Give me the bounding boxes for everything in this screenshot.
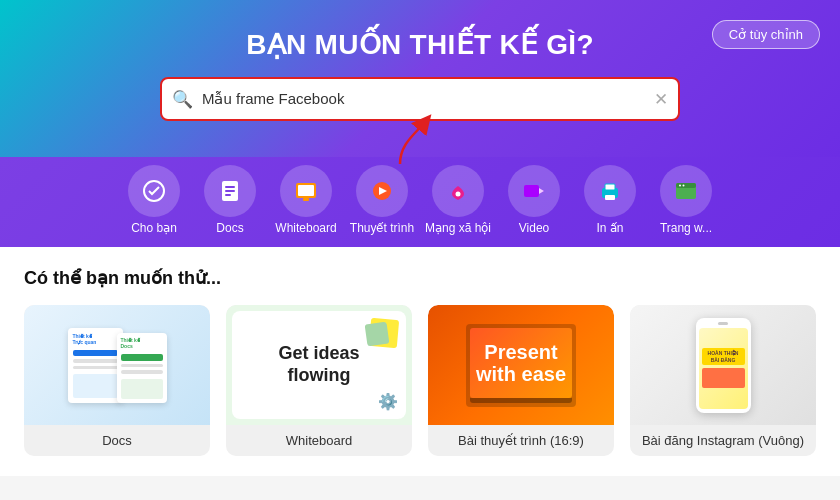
category-whiteboard[interactable]: Whiteboard xyxy=(272,165,340,235)
trang-web-label: Trang w... xyxy=(660,221,712,235)
category-cho-ban[interactable]: Cho bạn xyxy=(120,165,188,235)
svg-rect-11 xyxy=(524,185,539,197)
doc-page-1: Thiết kếTrực quan xyxy=(68,328,123,403)
svg-marker-13 xyxy=(539,188,544,194)
svg-rect-16 xyxy=(605,195,615,200)
category-row: Cho bạn Docs Whiteboard Thuyết trình Mạn… xyxy=(0,157,840,247)
thuyet-trinh-icon xyxy=(356,165,408,217)
docs-card-image: Thiết kếTrực quan Thiết kếDocs xyxy=(24,305,210,425)
search-wrapper: 🔍 ✕ xyxy=(160,77,680,121)
svg-point-19 xyxy=(679,185,681,187)
docs-label: Docs xyxy=(216,221,243,235)
category-thuyet-trinh[interactable]: Thuyết trình xyxy=(348,165,416,235)
whiteboard-icon xyxy=(280,165,332,217)
svg-point-20 xyxy=(683,185,685,187)
presentation-card-label: Bài thuyết trình (16:9) xyxy=(428,425,614,456)
main-content: Có thể bạn muốn thử... Thiết kếTrực quan… xyxy=(0,247,840,476)
search-icon: 🔍 xyxy=(172,89,193,110)
svg-rect-2 xyxy=(225,186,235,188)
in-an-label: In ấn xyxy=(596,221,623,235)
cho-ban-icon xyxy=(128,165,180,217)
svg-rect-15 xyxy=(605,184,615,190)
svg-rect-7 xyxy=(303,198,309,201)
thuyet-trinh-label: Thuyết trình xyxy=(350,221,414,235)
search-clear-icon[interactable]: ✕ xyxy=(654,89,668,110)
category-mang-xa-hoi[interactable]: Mạng xã hội xyxy=(424,165,492,235)
video-icon xyxy=(508,165,560,217)
svg-rect-4 xyxy=(225,194,231,196)
svg-rect-3 xyxy=(225,190,235,192)
category-docs[interactable]: Docs xyxy=(196,165,264,235)
whiteboard-label: Whiteboard xyxy=(275,221,336,235)
whiteboard-card-image: Get ideasflowing ⚙️ xyxy=(226,305,412,425)
cho-ban-label: Cho bạn xyxy=(131,221,177,235)
card-docs[interactable]: Thiết kếTrực quan Thiết kếDocs xyxy=(24,305,210,456)
cards-row: Thiết kếTrực quan Thiết kếDocs xyxy=(24,305,816,456)
svg-rect-6 xyxy=(298,185,314,196)
card-instagram[interactable]: HOÀN THIỆNBÀI ĐĂNG Bài đăng Instagram (V… xyxy=(630,305,816,456)
trang-web-icon xyxy=(660,165,712,217)
phone-mockup: HOÀN THIỆNBÀI ĐĂNG xyxy=(696,318,751,413)
card-presentation[interactable]: Presentwith ease Bài thuyết trình (16:9) xyxy=(428,305,614,456)
instagram-card-image: HOÀN THIỆNBÀI ĐĂNG xyxy=(630,305,816,425)
svg-point-10 xyxy=(456,192,461,197)
whiteboard-card-label: Whiteboard xyxy=(226,425,412,456)
mang-xa-hoi-icon xyxy=(432,165,484,217)
doc-page-2: Thiết kếDocs xyxy=(117,333,167,403)
instagram-card-label: Bài đăng Instagram (Vuông) xyxy=(630,425,816,456)
video-label: Video xyxy=(519,221,549,235)
whiteboard-text: Get ideasflowing xyxy=(278,343,359,386)
category-in-an[interactable]: In ấn xyxy=(576,165,644,235)
customize-button[interactable]: Cở tùy chỉnh xyxy=(712,20,820,49)
card-whiteboard[interactable]: Get ideasflowing ⚙️ Whiteboard xyxy=(226,305,412,456)
in-an-icon xyxy=(584,165,636,217)
header-title: BẠN MUỐN THIẾT KẾ GÌ? xyxy=(20,28,820,61)
docs-icon xyxy=(204,165,256,217)
category-video[interactable]: Video xyxy=(500,165,568,235)
present-text: Presentwith ease xyxy=(476,341,566,385)
category-trang-web[interactable]: Trang w... xyxy=(652,165,720,235)
section-title: Có thể bạn muốn thử... xyxy=(24,267,816,289)
docs-card-label: Docs xyxy=(24,425,210,456)
mang-xa-hoi-label: Mạng xã hội xyxy=(425,221,491,235)
header-banner: Cở tùy chỉnh BẠN MUỐN THIẾT KẾ GÌ? 🔍 ✕ xyxy=(0,0,840,157)
presentation-card-image: Presentwith ease xyxy=(428,305,614,425)
arrow-indicator xyxy=(360,114,440,169)
